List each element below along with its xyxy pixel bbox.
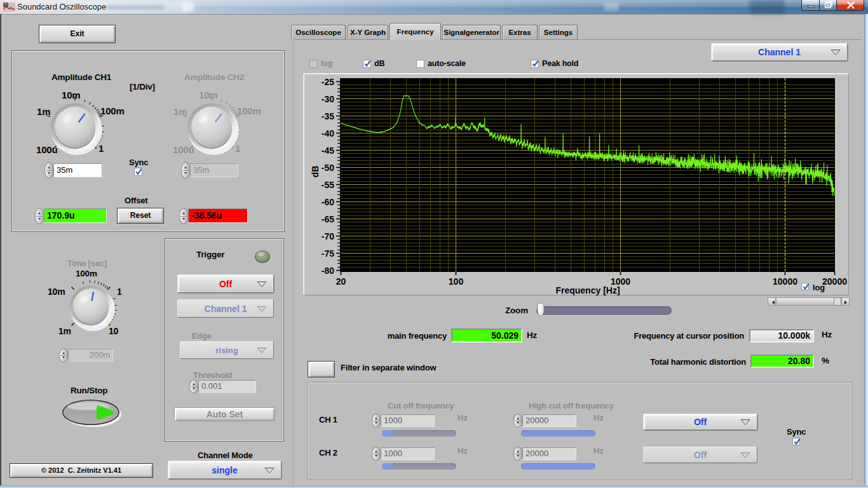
svg-text:-25: -25 [322, 77, 334, 87]
svg-text:20: 20 [336, 276, 346, 287]
svg-text:-65: -65 [322, 214, 334, 224]
svg-text:20000: 20000 [822, 276, 847, 287]
svg-text:-50: -50 [322, 163, 334, 173]
svg-text:-35: -35 [322, 111, 334, 121]
svg-text:-55: -55 [322, 180, 334, 190]
svg-text:-45: -45 [322, 146, 334, 156]
svg-text:10000: 10000 [773, 276, 797, 287]
svg-text:100: 100 [449, 276, 464, 287]
svg-text:-60: -60 [322, 197, 334, 207]
svg-text:dB: dB [310, 166, 320, 178]
svg-text:-30: -30 [322, 94, 334, 104]
svg-text:-40: -40 [322, 128, 334, 139]
svg-text:Frequency [Hz]: Frequency [Hz] [555, 285, 620, 295]
svg-text:-80: -80 [322, 266, 334, 276]
svg-text:-75: -75 [322, 248, 334, 259]
svg-text:-70: -70 [322, 231, 334, 241]
